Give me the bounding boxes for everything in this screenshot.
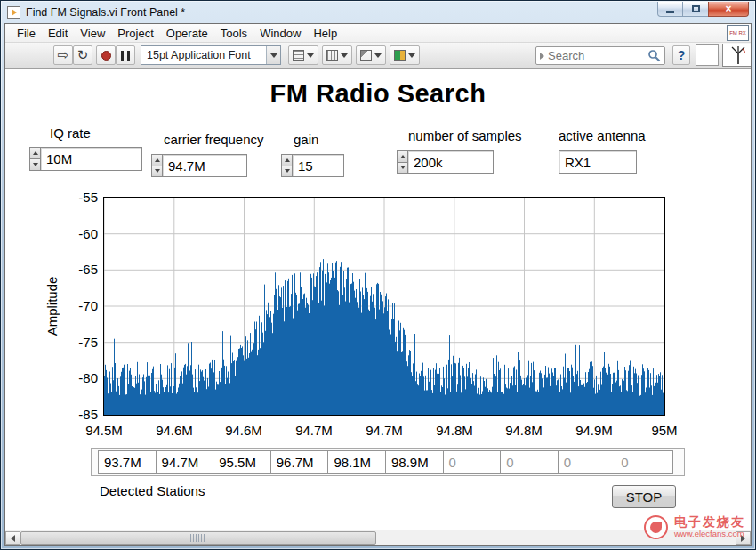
font-selector-value: 15pt Application Font bbox=[141, 49, 266, 61]
y-tick-label: -60 bbox=[59, 226, 98, 241]
close-button[interactable]: × bbox=[708, 2, 749, 17]
station-cell: 0 bbox=[500, 450, 559, 474]
reorder-icon bbox=[394, 50, 406, 61]
iq-rate-spinner bbox=[29, 147, 41, 171]
watermark-text: 电子发烧友 www.elecfans.com bbox=[674, 514, 745, 538]
menu-help[interactable]: Help bbox=[307, 25, 343, 42]
chevron-down-icon bbox=[307, 53, 314, 58]
maximize-button[interactable] bbox=[683, 2, 708, 17]
decrement-button[interactable] bbox=[29, 159, 41, 171]
increment-button[interactable] bbox=[397, 150, 408, 163]
station-cell: 98.1M bbox=[327, 450, 386, 474]
pause-icon bbox=[121, 51, 130, 61]
x-tick-label: 94.9M bbox=[567, 423, 621, 438]
carrier-frequency-field[interactable]: 94.7M bbox=[163, 154, 247, 177]
search-icon bbox=[647, 49, 661, 62]
close-icon: × bbox=[725, 3, 731, 15]
gain-field[interactable]: 15 bbox=[293, 154, 344, 177]
station-cell: 95.5M bbox=[213, 450, 271, 474]
align-objects-dropdown[interactable] bbox=[288, 45, 318, 65]
menu-operate[interactable]: Operate bbox=[160, 25, 214, 42]
decrement-button[interactable] bbox=[281, 166, 293, 178]
number-of-samples-control: 200k bbox=[397, 150, 494, 174]
watermark-url: www.elecfans.com bbox=[674, 530, 745, 539]
resize-objects-icon bbox=[360, 50, 372, 61]
chevron-down-icon bbox=[374, 53, 382, 58]
gain-spinner bbox=[281, 154, 293, 177]
help-button[interactable]: ? bbox=[672, 45, 690, 65]
distribute-objects-dropdown[interactable] bbox=[322, 45, 352, 65]
active-antenna-field[interactable]: RX1 bbox=[559, 150, 637, 174]
horizontal-scrollbar[interactable] bbox=[5, 530, 751, 545]
app-window: Find FM Signals.vi Front Panel * × File … bbox=[0, 0, 756, 550]
decrement-icon bbox=[155, 169, 160, 173]
elecfans-logo-icon bbox=[644, 515, 668, 539]
run-arrow-icon bbox=[12, 9, 17, 16]
labview-app-icon bbox=[7, 6, 20, 19]
chevron-down-icon bbox=[408, 53, 415, 58]
x-tick-label: 94.7M bbox=[358, 423, 411, 438]
iq-rate-field[interactable]: 10M bbox=[41, 147, 142, 171]
menu-bar: File Edit View Project Operate Tools Win… bbox=[5, 24, 751, 43]
detected-stations-label: Detected Stations bbox=[100, 483, 205, 498]
y-tick-label: -75 bbox=[59, 335, 98, 350]
run-continuous-button[interactable]: ↻ bbox=[73, 45, 92, 65]
number-of-samples-field[interactable]: 200k bbox=[408, 150, 494, 174]
pause-button[interactable] bbox=[116, 45, 135, 65]
search-input[interactable] bbox=[548, 49, 647, 62]
x-tick-label: 94.5M bbox=[77, 423, 131, 438]
station-cell: 94.7M bbox=[156, 450, 214, 474]
y-tick-label: -70 bbox=[59, 298, 98, 313]
window-controls: × bbox=[657, 2, 749, 17]
increment-button[interactable] bbox=[29, 147, 41, 159]
increment-button[interactable] bbox=[151, 154, 163, 166]
number-of-samples-spinner bbox=[397, 150, 408, 174]
stop-button[interactable]: STOP bbox=[612, 485, 676, 508]
client-area: File Edit View Project Operate Tools Win… bbox=[4, 23, 752, 546]
resize-objects-dropdown[interactable] bbox=[356, 45, 386, 65]
search-box bbox=[535, 46, 665, 65]
logo-swirl-icon bbox=[650, 522, 662, 533]
abort-button[interactable] bbox=[96, 45, 116, 65]
x-tick-label: 94.6M bbox=[148, 423, 201, 438]
help-icon: ? bbox=[678, 48, 686, 62]
run-icon: ⇨ bbox=[58, 47, 69, 63]
spectrum-graph bbox=[103, 197, 665, 416]
increment-button[interactable] bbox=[281, 154, 293, 166]
menu-view[interactable]: View bbox=[74, 25, 111, 42]
carrier-frequency-control: 94.7M bbox=[151, 154, 247, 177]
window-title: Find FM Signals.vi Front Panel * bbox=[26, 6, 185, 19]
carrier-frequency-label: carrier frequency bbox=[164, 132, 264, 147]
reorder-dropdown[interactable] bbox=[390, 45, 420, 65]
scroll-left-button[interactable] bbox=[5, 531, 20, 545]
font-selector-dropdown[interactable]: 15pt Application Font bbox=[141, 45, 281, 65]
run-button[interactable]: ⇨ bbox=[53, 45, 73, 65]
station-cell: 0 bbox=[558, 450, 616, 474]
distribute-objects-icon bbox=[326, 50, 338, 61]
toolbar: ⇨ ↻ 15pt Application Font bbox=[5, 43, 751, 69]
detected-stations-table: 93.7M 94.7M 95.5M 96.7M 98.1M 98.9M 0 0 … bbox=[91, 448, 685, 476]
menu-edit[interactable]: Edit bbox=[42, 25, 74, 42]
decrement-icon bbox=[400, 166, 406, 169]
vi-icon-large bbox=[722, 44, 752, 67]
x-tick-label: 95M bbox=[638, 423, 691, 438]
menu-tools[interactable]: Tools bbox=[214, 25, 253, 42]
scrollbar-thumb[interactable] bbox=[20, 531, 376, 545]
menu-project[interactable]: Project bbox=[111, 25, 159, 42]
run-continuous-icon: ↻ bbox=[77, 47, 89, 63]
decrement-button[interactable] bbox=[397, 163, 408, 174]
toolbar-recess bbox=[696, 44, 719, 66]
x-tick-label: 94.8M bbox=[428, 423, 481, 438]
minimize-button[interactable] bbox=[657, 2, 683, 17]
menu-file[interactable]: File bbox=[11, 25, 42, 42]
station-cell: 93.7M bbox=[98, 450, 157, 474]
menu-window[interactable]: Window bbox=[253, 25, 307, 42]
x-tick-label: 94.6M bbox=[217, 423, 270, 438]
antenna-icon bbox=[728, 44, 749, 66]
iq-rate-label: IQ rate bbox=[50, 125, 91, 141]
increment-icon bbox=[155, 158, 160, 162]
search-history-icon[interactable] bbox=[540, 53, 544, 60]
decrement-button[interactable] bbox=[151, 166, 163, 178]
gain-control: 15 bbox=[281, 154, 344, 177]
spectrum-plot-area bbox=[104, 198, 664, 415]
